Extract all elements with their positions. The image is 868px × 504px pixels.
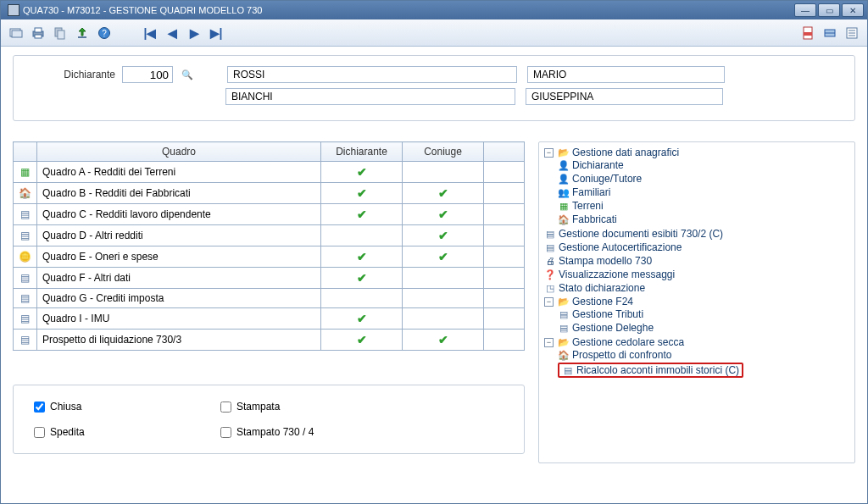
field-icon: ▦: [20, 166, 30, 178]
surname1-box: ROSSI: [227, 66, 517, 83]
nav-tree: − 📂 Gestione dati anagrafici 👤Dichiarant…: [538, 141, 855, 463]
tree-terreni[interactable]: ▦Terreni: [558, 200, 849, 212]
table-row[interactable]: ▤Quadro D - Altri redditi✔: [14, 225, 525, 246]
help-button[interactable]: ?: [94, 23, 114, 43]
person-icon: 👤: [558, 174, 570, 185]
firstname1-box: MARIO: [527, 66, 725, 83]
row-extra: [484, 308, 525, 330]
row-dichiarante: ✔: [321, 330, 403, 351]
tree-stampa[interactable]: 🖨Stampa modello 730: [544, 255, 849, 267]
pdf-button[interactable]: [798, 23, 818, 43]
lookup-icon[interactable]: 🔍: [181, 69, 193, 80]
toolbar: ? |◀ ◀ ▶ ▶|: [1, 19, 867, 47]
row-dichiarante: ✔: [321, 246, 403, 268]
table-row[interactable]: ▤Prospetto di liquidazione 730/3✔✔: [14, 330, 525, 351]
coins-icon: 🪙: [19, 251, 31, 263]
chiusa-checkbox[interactable]: Chiusa: [34, 401, 170, 413]
folder-icon: 📂: [558, 147, 570, 158]
tree-fabbricati[interactable]: 🏠Fabbricati: [558, 213, 849, 225]
content-area: Dichiarante 🔍 ROSSI MARIO BIANCHI GIUSEP…: [1, 47, 867, 503]
window-title: QUA730 - M73012 - GESTIONE QUADRI MODELL…: [23, 5, 262, 15]
print-button[interactable]: [28, 23, 48, 43]
tree-familiari[interactable]: 👥Familiari: [558, 186, 849, 198]
firstname2-box: GIUSEPPINA: [526, 88, 723, 105]
open-button[interactable]: [6, 23, 26, 43]
doc-icon: ▤: [562, 365, 574, 376]
row-coniuge: ✔: [403, 204, 484, 225]
house-icon: 🏠: [558, 350, 570, 361]
row-icon-cell: 🪙: [14, 246, 37, 268]
tree-gestione-anagrafici[interactable]: − 📂 Gestione dati anagrafici: [544, 147, 849, 158]
spedita-checkbox[interactable]: Spedita: [34, 426, 170, 438]
row-extra: [484, 268, 525, 289]
col-quadro: Quadro: [37, 142, 321, 162]
stampato7304-checkbox[interactable]: Stampato 730 / 4: [220, 426, 356, 438]
folder-open-icon: [9, 26, 23, 40]
doc-icon: ▤: [544, 242, 556, 253]
tree-coniuge[interactable]: 👤Coniuge/Tutore: [558, 173, 849, 185]
export-button[interactable]: [72, 23, 92, 43]
copy-button[interactable]: [50, 23, 70, 43]
close-button[interactable]: ✕: [842, 3, 864, 17]
row-label: Quadro G - Crediti imposta: [37, 289, 321, 308]
row-extra: [484, 330, 525, 351]
check-icon: ✔: [357, 250, 367, 263]
minimize-button[interactable]: —: [794, 3, 816, 17]
row-dichiarante: [321, 225, 403, 246]
svg-rect-4: [35, 35, 42, 38]
dichiarante-code-input[interactable]: [122, 66, 173, 83]
check-icon: ✔: [357, 271, 367, 285]
collapse-icon[interactable]: −: [544, 148, 554, 158]
row-coniuge: [403, 289, 484, 308]
tree-f24[interactable]: − 📂 Gestione F24: [544, 296, 849, 307]
nav-last-button[interactable]: ▶|: [206, 23, 226, 43]
row-coniuge: ✔: [403, 225, 484, 246]
table-row[interactable]: 🏠Quadro B - Redditi dei Fabbricati✔✔: [14, 183, 525, 204]
row-coniuge: ✔: [403, 330, 484, 351]
row-icon-cell: 🏠: [14, 183, 37, 204]
row-icon-cell: ▤: [14, 225, 37, 246]
table-row[interactable]: ▤Quadro G - Crediti imposta: [14, 289, 525, 308]
tree-dichiarante[interactable]: 👤Dichiarante: [558, 159, 849, 171]
surname2-box: BIANCHI: [225, 88, 515, 105]
row-label: Quadro B - Redditi dei Fabbricati: [37, 183, 321, 204]
nav-prev-button[interactable]: ◀: [162, 23, 182, 43]
table-row[interactable]: ▤Quadro C - Redditi lavoro dipendente✔✔: [14, 204, 525, 225]
tree-doc-esibiti[interactable]: ▤Gestione documenti esibiti 730/2 (C): [544, 228, 849, 240]
row-dichiarante: ✔: [321, 162, 403, 183]
tree-cedolare[interactable]: − 📂 Gestione cedolare secca: [544, 336, 849, 348]
row-extra: [484, 204, 525, 225]
table-row[interactable]: ▦Quadro A - Redditi dei Terreni✔: [14, 162, 525, 183]
check-icon: ✔: [438, 229, 448, 242]
row-icon-cell: ▤: [14, 289, 37, 308]
tree-stato[interactable]: ◳Stato dichiarazione: [544, 282, 849, 294]
nav-first-icon: |◀: [144, 26, 157, 40]
doc-icon: ▤: [558, 309, 570, 320]
col-extra: [484, 142, 525, 162]
doc-icon: ▤: [20, 334, 30, 346]
table-row[interactable]: 🪙Quadro E - Oneri e spese✔✔: [14, 246, 525, 268]
maximize-button[interactable]: ▭: [818, 3, 840, 17]
collapse-icon[interactable]: −: [544, 338, 554, 347]
tree-ricalcolo-highlighted: ▤ Ricalcolo acconti immobili storici (C): [558, 363, 743, 378]
row-dichiarante: ✔: [321, 268, 403, 289]
copy-icon: [53, 26, 67, 40]
tree-tributi[interactable]: ▤Gestione Tributi: [558, 308, 849, 320]
list-button[interactable]: [842, 23, 862, 43]
table-row[interactable]: ▤Quadro I - IMU✔: [14, 308, 525, 330]
doc-icon: ▤: [20, 230, 30, 241]
collapse-icon[interactable]: −: [544, 297, 554, 307]
check-icon: ✔: [357, 186, 367, 200]
tree-autocert[interactable]: ▤Gestione Autocertificazione: [544, 241, 849, 253]
check-icon: ✔: [438, 186, 448, 200]
tree-messaggi[interactable]: ❓Visualizzazione messaggi: [544, 269, 849, 280]
tree-prospetto[interactable]: 🏠Prospetto di confronto: [558, 349, 849, 361]
nav-first-button[interactable]: |◀: [140, 23, 160, 43]
tree-deleghe[interactable]: ▤Gestione Deleghe: [558, 322, 849, 334]
people-icon: 👥: [558, 187, 570, 198]
nav-next-button[interactable]: ▶: [184, 23, 204, 43]
tree-ricalcolo[interactable]: ▤ Ricalcolo acconti immobili storici (C): [562, 364, 739, 376]
scan-button[interactable]: [820, 23, 840, 43]
table-row[interactable]: ▤Quadro F - Altri dati✔: [14, 268, 525, 289]
stampata-checkbox[interactable]: Stampata: [220, 401, 356, 413]
